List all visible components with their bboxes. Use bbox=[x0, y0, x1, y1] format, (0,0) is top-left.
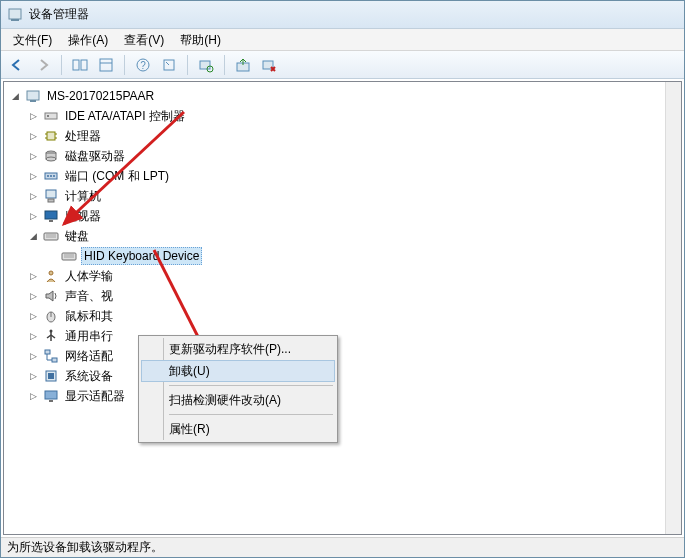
expand-icon[interactable]: ▷ bbox=[28, 131, 39, 142]
tree-category-label: 监视器 bbox=[63, 207, 103, 226]
menu-file[interactable]: 文件(F) bbox=[5, 29, 60, 50]
tree-category[interactable]: ▷ 监视器 bbox=[28, 206, 681, 226]
svg-rect-3 bbox=[81, 60, 87, 70]
svg-rect-46 bbox=[45, 350, 50, 354]
statusbar: 为所选设备卸载该驱动程序。 bbox=[1, 537, 684, 557]
context-properties[interactable]: 属性(R) bbox=[141, 418, 335, 440]
tree-category[interactable]: ▷ 通用串行 bbox=[28, 326, 681, 346]
system-icon bbox=[43, 368, 59, 384]
tree-category[interactable]: ▷ 系统设备 bbox=[28, 366, 681, 386]
tree-category[interactable]: ▷ 计算机 bbox=[28, 186, 681, 206]
mouse-icon bbox=[43, 308, 59, 324]
tree-category[interactable]: ▷ 端口 (COM 和 LPT) bbox=[28, 166, 681, 186]
back-button[interactable] bbox=[5, 54, 29, 76]
device-tree[interactable]: ◢ MS-20170215PAAR ▷ IDE ATA/ATAPI 控制器 ▷ … bbox=[4, 86, 681, 406]
tree-category[interactable]: ◢ 键盘 bbox=[28, 226, 681, 246]
toolbar-separator bbox=[124, 55, 125, 75]
tree-category-label: 通用串行 bbox=[63, 327, 115, 346]
expand-icon[interactable]: ▷ bbox=[28, 211, 39, 222]
tree-category-label: 鼠标和其 bbox=[63, 307, 115, 326]
tree-category[interactable]: ▷ 处理器 bbox=[28, 126, 681, 146]
expand-icon[interactable]: ▷ bbox=[28, 111, 39, 122]
cpu-icon bbox=[43, 128, 59, 144]
menu-view[interactable]: 查看(V) bbox=[116, 29, 172, 50]
tree-category-label: 人体学输 bbox=[63, 267, 115, 286]
uninstall-button[interactable] bbox=[257, 54, 281, 76]
tree-category[interactable]: ▷ 鼠标和其 bbox=[28, 306, 681, 326]
toolbar-separator bbox=[187, 55, 188, 75]
svg-rect-1 bbox=[11, 19, 19, 21]
svg-rect-14 bbox=[30, 100, 36, 102]
properties-button[interactable] bbox=[94, 54, 118, 76]
menu-help[interactable]: 帮助(H) bbox=[172, 29, 229, 50]
svg-rect-16 bbox=[47, 115, 49, 117]
svg-text:?: ? bbox=[140, 60, 146, 71]
update-driver-button[interactable] bbox=[231, 54, 255, 76]
expand-icon[interactable]: ▷ bbox=[28, 151, 39, 162]
show-tree-button[interactable] bbox=[68, 54, 92, 76]
svg-point-28 bbox=[53, 175, 55, 177]
expand-icon[interactable]: ▷ bbox=[28, 271, 39, 282]
expand-icon[interactable]: ▷ bbox=[28, 191, 39, 202]
toolbar-separator bbox=[61, 55, 62, 75]
refresh-button[interactable] bbox=[157, 54, 181, 76]
tree-category-label: 显示适配器 bbox=[63, 387, 127, 406]
keyboard-icon bbox=[61, 248, 77, 264]
svg-rect-4 bbox=[100, 59, 112, 71]
expand-icon[interactable]: ▷ bbox=[28, 291, 39, 302]
svg-point-26 bbox=[47, 175, 49, 177]
context-menu: 更新驱动程序软件(P)... 卸载(U) 扫描检测硬件改动(A) 属性(R) bbox=[138, 335, 338, 443]
tree-category-label: 系统设备 bbox=[63, 367, 115, 386]
help-button[interactable]: ? bbox=[131, 54, 155, 76]
context-update-driver[interactable]: 更新驱动程序软件(P)... bbox=[141, 338, 335, 360]
tree-category-label: IDE ATA/ATAPI 控制器 bbox=[63, 107, 187, 126]
scan-hardware-button[interactable] bbox=[194, 54, 218, 76]
tree-category[interactable]: ▷ 人体学输 bbox=[28, 266, 681, 286]
tree-device-label: HID Keyboard Device bbox=[81, 247, 202, 265]
tree-category[interactable]: ▷ 显示适配器 bbox=[28, 386, 681, 406]
tree-category[interactable]: ▷ 声音、视 bbox=[28, 286, 681, 306]
context-scan-changes[interactable]: 扫描检测硬件改动(A) bbox=[141, 389, 335, 411]
device-manager-window: 设备管理器 文件(F) 操作(A) 查看(V) 帮助(H) ? bbox=[0, 0, 685, 558]
collapse-icon[interactable]: ◢ bbox=[10, 91, 21, 102]
menu-action[interactable]: 操作(A) bbox=[60, 29, 116, 50]
svg-rect-2 bbox=[73, 60, 79, 70]
tree-category-label: 网络适配 bbox=[63, 347, 115, 366]
expand-icon[interactable]: ▷ bbox=[28, 371, 39, 382]
svg-rect-29 bbox=[46, 190, 56, 198]
tree-category-label: 磁盘驱动器 bbox=[63, 147, 127, 166]
sound-icon bbox=[43, 288, 59, 304]
vertical-scrollbar[interactable] bbox=[665, 82, 681, 534]
context-separator bbox=[169, 385, 333, 386]
collapse-icon[interactable]: ◢ bbox=[28, 231, 39, 242]
tree-category[interactable]: ▷ IDE ATA/ATAPI 控制器 bbox=[28, 106, 681, 126]
computer-icon bbox=[43, 188, 59, 204]
expand-icon[interactable]: ▷ bbox=[28, 351, 39, 362]
titlebar: 设备管理器 bbox=[1, 1, 684, 29]
display-icon bbox=[43, 388, 59, 404]
device-manager-icon bbox=[7, 7, 23, 23]
expand-icon[interactable]: ▷ bbox=[28, 331, 39, 342]
computer-icon bbox=[25, 88, 41, 104]
expand-icon[interactable]: ▷ bbox=[28, 171, 39, 182]
usb-icon bbox=[43, 328, 59, 344]
status-text: 为所选设备卸载该驱动程序。 bbox=[7, 539, 163, 556]
tree-root[interactable]: ◢ MS-20170215PAAR bbox=[10, 86, 681, 106]
svg-rect-32 bbox=[49, 220, 53, 222]
tree-category-label: 处理器 bbox=[63, 127, 103, 146]
expand-icon[interactable]: ▷ bbox=[28, 311, 39, 322]
expand-icon[interactable]: ▷ bbox=[28, 391, 39, 402]
disk-icon bbox=[43, 148, 59, 164]
monitor-icon bbox=[43, 208, 59, 224]
context-uninstall[interactable]: 卸载(U) bbox=[141, 360, 335, 382]
tree-device[interactable]: HID Keyboard Device bbox=[46, 246, 681, 266]
svg-rect-30 bbox=[48, 199, 54, 202]
network-icon bbox=[43, 348, 59, 364]
forward-button[interactable] bbox=[31, 54, 55, 76]
svg-rect-47 bbox=[52, 358, 57, 362]
tree-category[interactable]: ▷ 磁盘驱动器 bbox=[28, 146, 681, 166]
svg-rect-31 bbox=[45, 211, 57, 219]
tree-category-label: 端口 (COM 和 LPT) bbox=[63, 167, 171, 186]
tree-category[interactable]: ▷ 网络适配 bbox=[28, 346, 681, 366]
svg-rect-52 bbox=[45, 391, 57, 399]
